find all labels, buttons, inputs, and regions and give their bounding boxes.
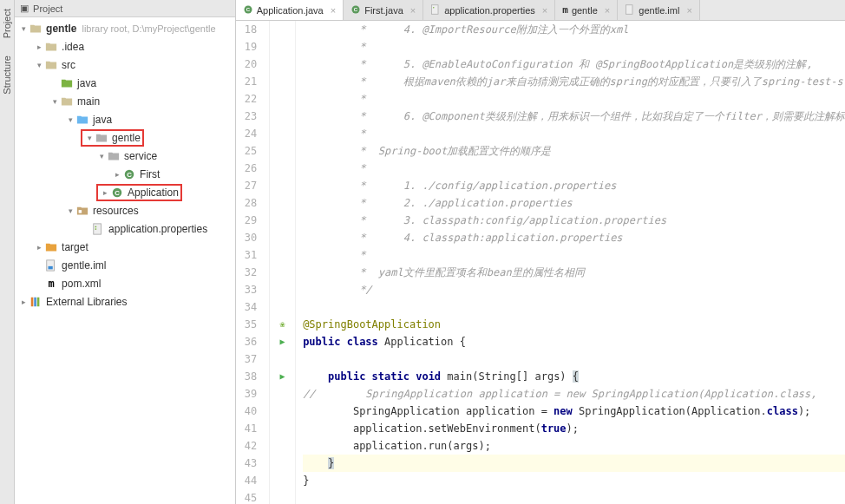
editor-tab[interactable]: CFirst.java× <box>344 0 423 20</box>
code-line[interactable]: * <box>303 90 845 108</box>
run-icon[interactable]: ▶ <box>280 368 285 385</box>
code-line[interactable]: application.run(args); <box>303 437 845 455</box>
tree-ext-libs[interactable]: External Libraries <box>15 292 235 311</box>
line-number: 30 <box>245 229 257 246</box>
tree-item-label: External Libraries <box>46 296 127 308</box>
line-number: 19 <box>245 38 257 56</box>
close-icon[interactable]: × <box>542 5 547 16</box>
editor-tab[interactable]: application.properties× <box>423 0 555 20</box>
line-number: 42 <box>245 437 257 455</box>
editor-tab[interactable]: gentle.iml× <box>618 0 700 20</box>
svg-rect-11 <box>34 297 36 306</box>
project-tree[interactable]: gentle library root, D:\myProject\gentle… <box>15 17 235 312</box>
close-icon[interactable]: × <box>686 5 691 16</box>
tree-main[interactable]: main <box>15 92 235 110</box>
gutter-icon-slot <box>270 437 295 455</box>
tree-app-props[interactable]: application.properties <box>15 219 235 238</box>
code-line[interactable]: application.setWebEnvironment(true); <box>303 420 845 437</box>
gutter-icon-slot <box>270 194 295 212</box>
tree-target[interactable]: target <box>15 238 235 256</box>
java-class-icon: C <box>122 167 136 181</box>
tree-src[interactable]: src <box>15 56 235 74</box>
chevron-down-icon[interactable] <box>96 151 107 161</box>
svg-rect-17 <box>432 4 439 14</box>
code-line[interactable]: } <box>303 472 845 489</box>
code-line[interactable]: * <box>303 38 845 56</box>
code-line[interactable]: * 3. classpath:config/application.proper… <box>303 212 845 229</box>
spring-bean-icon[interactable]: ❀ <box>280 316 285 333</box>
code-line[interactable]: */ <box>303 281 845 298</box>
gutter-icon-slot <box>270 125 295 142</box>
chevron-right-icon[interactable] <box>112 169 122 180</box>
chevron-down-icon[interactable] <box>18 23 29 34</box>
gutter-icon-slot <box>270 489 295 504</box>
tree-item-label: java <box>77 77 96 89</box>
folder-icon <box>44 58 58 72</box>
code-line[interactable] <box>303 489 845 504</box>
tree-first[interactable]: C First <box>15 165 235 183</box>
code-line[interactable]: * <box>303 246 845 264</box>
code-line[interactable]: public class Application { <box>303 333 845 350</box>
editor-tab[interactable]: mgentle× <box>555 0 618 20</box>
tab-icon <box>430 4 441 16</box>
tree-gentle-pkg[interactable]: gentle <box>15 128 235 147</box>
tree-java-src[interactable]: java <box>15 110 235 128</box>
code-line[interactable] <box>303 298 845 316</box>
tree-item-label: pom.xml <box>62 278 101 290</box>
tree-item-label: resources <box>93 205 139 217</box>
code-line[interactable]: * <box>303 160 845 177</box>
tree-service[interactable]: service <box>15 147 235 165</box>
tab-structure-tool[interactable]: Structure <box>0 47 14 103</box>
tree-root-extra: library root, D:\myProject\gentle <box>82 23 215 34</box>
chevron-down-icon[interactable] <box>84 133 95 143</box>
tree-application[interactable]: C Application <box>15 183 235 201</box>
chevron-down-icon[interactable] <box>49 96 60 107</box>
code-line[interactable]: @SpringBootApplication <box>303 316 845 333</box>
chevron-down-icon[interactable] <box>65 115 75 125</box>
code-line[interactable]: SpringApplication application = new Spri… <box>303 403 845 420</box>
code-line[interactable]: // SpringApplication application = new S… <box>303 385 845 403</box>
chevron-right-icon[interactable] <box>34 42 44 52</box>
tree-pom-xml[interactable]: m pom.xml <box>15 274 235 292</box>
code-line[interactable]: * 5. @EnableAutoConfiguration 和 @SpringB… <box>303 56 845 73</box>
line-number: 32 <box>245 264 257 281</box>
code-line[interactable]: * 2. ./application.properties <box>303 194 845 212</box>
code-area[interactable]: 1819202122232425262728293031323334353637… <box>236 21 845 504</box>
tab-project-tool[interactable]: Project <box>0 0 14 47</box>
svg-text:C: C <box>115 188 120 196</box>
code-line[interactable]: public static void main(String[] args) { <box>303 368 845 385</box>
close-icon[interactable]: × <box>331 5 336 16</box>
code-line[interactable]: * 根据maven依赖的jar来自动猜测完成正确的spring的对应配置，只要引… <box>303 73 845 90</box>
chevron-down-icon[interactable] <box>34 60 44 70</box>
run-icon[interactable]: ▶ <box>280 333 285 350</box>
tree-gentle-iml[interactable]: gentle.iml <box>15 256 235 274</box>
chevron-right-icon[interactable] <box>100 187 110 198</box>
close-icon[interactable]: × <box>410 5 416 16</box>
code-line[interactable]: * 6. @Component类级别注解，用来标识一个组件，比如我自定了一个fi… <box>303 108 845 125</box>
code-line[interactable] <box>303 350 845 368</box>
line-number: 37 <box>245 350 257 368</box>
code-line[interactable]: * yaml文件里配置项名和bean里的属性名相同 <box>303 264 845 281</box>
tree-resources[interactable]: resources <box>15 201 235 219</box>
code-line[interactable]: * Spring-boot加载配置文件的顺序是 <box>303 142 845 160</box>
tree-root[interactable]: gentle library root, D:\myProject\gentle <box>15 19 235 37</box>
code-line[interactable]: } <box>303 455 845 472</box>
code-line[interactable]: * 4. @ImportResource附加注入一个外置的xml <box>303 21 845 38</box>
chevron-right-icon[interactable] <box>34 242 44 252</box>
code-line[interactable]: * <box>303 125 845 142</box>
editor-tab[interactable]: CApplication.java× <box>236 0 344 20</box>
tree-java-top[interactable]: java <box>15 74 235 92</box>
close-icon[interactable]: × <box>605 5 610 16</box>
gutter-icon-slot: ❀ <box>270 316 295 333</box>
tab-icon <box>625 4 635 16</box>
tree-item-label: java <box>93 114 112 126</box>
code-line[interactable]: * 1. ./config/application.properties <box>303 177 845 194</box>
code-line[interactable]: * 4. classpath:application.properties <box>303 229 845 246</box>
tree-idea[interactable]: .idea <box>15 37 235 56</box>
chevron-right-icon[interactable] <box>18 297 29 307</box>
tab-label: gentle.iml <box>639 5 679 16</box>
chevron-down-icon[interactable] <box>65 206 75 216</box>
source-folder-icon <box>75 113 89 127</box>
code-body[interactable]: * 4. @ImportResource附加注入一个外置的xml * * 5. … <box>296 21 845 504</box>
gutter-icon-slot <box>270 160 295 177</box>
